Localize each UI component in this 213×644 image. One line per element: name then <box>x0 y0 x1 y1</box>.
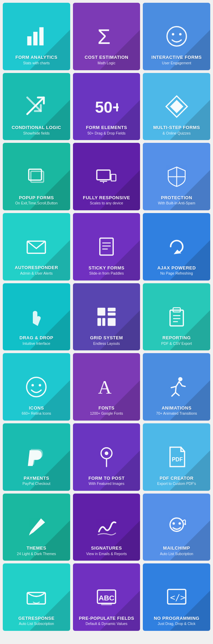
card-title: POPUP FORMS <box>19 195 54 201</box>
svg-point-38 <box>31 384 34 386</box>
card-title: NO PROGRAMMING <box>154 616 200 621</box>
svg-point-48 <box>172 522 175 525</box>
svg-point-43 <box>105 452 109 456</box>
card-pdf-creator[interactable]: PDF PDF CREATOR Export to Custom PDF's <box>143 423 210 491</box>
card-protection[interactable]: PROTECTION With Built-In Anti-Spam <box>143 143 210 210</box>
card-animations[interactable]: ANIMATIONS 70+ Animated Transitions <box>143 353 210 421</box>
card-subtitle: Auto List Subcription <box>160 552 193 556</box>
card-title: THEMES <box>27 545 46 551</box>
card-subtitle: 70+ Animated Transitions <box>156 411 197 416</box>
svg-text:50+: 50+ <box>95 99 119 116</box>
svg-rect-2 <box>39 27 44 46</box>
card-icons[interactable]: ICONS 660+ Retina Icons <box>3 353 70 421</box>
card-pre-populate[interactable]: ABC PRE-POPULATE FIELDS Default & Dynami… <box>73 563 140 631</box>
card-subtitle: Stats with charts <box>23 61 50 65</box>
card-no-programming[interactable]: </> NO PROGRAMMING Just Drag, Drop & Cli… <box>143 563 210 631</box>
card-subtitle: PDF & CSV Export <box>161 341 192 346</box>
feature-grid: FORM ANALYTICS Stats with charts Σ COST … <box>0 0 213 634</box>
svg-point-50 <box>184 523 186 525</box>
card-title: SIGNATURES <box>91 545 122 551</box>
card-popup-forms[interactable]: POPUP FORMS On Exit,Time,Scroll,Button <box>3 143 70 210</box>
card-title: FORM TO POST <box>89 476 125 481</box>
card-subtitle: 50+ Drag & Drop Fields <box>87 131 126 136</box>
card-subtitle: No Page Refreshing <box>160 271 193 276</box>
svg-point-39 <box>39 384 41 386</box>
card-subtitle: View in Emails & Reports <box>86 552 127 556</box>
card-subtitle: Admin & User Alerts <box>20 271 53 276</box>
svg-rect-29 <box>98 318 101 326</box>
card-title: MAILCHIMP <box>163 545 190 551</box>
card-subtitle: 660+ Retina Icons <box>22 411 51 416</box>
card-subtitle: Intuitive Interface <box>22 341 50 346</box>
svg-rect-31 <box>108 318 115 326</box>
svg-text:A: A <box>98 377 111 398</box>
card-payments[interactable]: PAYMENTS PayPal Checkout <box>3 423 70 491</box>
card-title: MULTI-STEP FORMS <box>153 125 200 130</box>
card-subtitle: 1200+ Google Fonts <box>90 411 123 416</box>
svg-rect-30 <box>102 318 105 326</box>
svg-rect-54 <box>101 602 112 605</box>
svg-rect-15 <box>111 174 116 181</box>
card-grid-system[interactable]: GRID SYSTEM Endless Layouts <box>73 283 140 351</box>
card-form-analytics[interactable]: FORM ANALYTICS Stats with charts <box>3 3 70 70</box>
card-title: ICONS <box>29 405 44 411</box>
card-fonts[interactable]: A FONTS 1200+ Google Fonts <box>73 353 140 421</box>
card-reporting[interactable]: REPORTING PDF & CSV Export <box>143 283 210 351</box>
card-subtitle: Auto List Subscription <box>19 622 54 626</box>
card-title: ANIMATIONS <box>161 405 191 411</box>
card-title: FULLY RESPONSIVE <box>83 195 130 201</box>
card-title: DRAG & DROP <box>19 335 53 341</box>
card-multi-step-forms[interactable]: MULTI-STEP FORMS & Online Quizzes <box>143 73 210 140</box>
svg-point-5 <box>172 33 174 36</box>
card-interactive-forms[interactable]: INTERACTIVE FORMS User Engagement <box>143 3 210 70</box>
svg-point-37 <box>27 377 46 397</box>
card-title: PROTECTION <box>161 195 192 201</box>
card-fully-responsive[interactable]: FULLY RESPONSIVE Scales to any device <box>73 143 140 210</box>
svg-line-8 <box>27 98 41 111</box>
card-title: PDF CREATOR <box>160 476 194 481</box>
card-subtitle: Export to Custom PDF's <box>157 481 196 486</box>
card-themes[interactable]: THEMES 24 Light & Dark Themes <box>3 494 70 561</box>
card-drag-drop[interactable]: DRAG & DROP Intuitive Interface <box>3 283 70 351</box>
card-form-to-post[interactable]: FORM TO POST With Featured Images <box>73 423 140 491</box>
card-subtitle: User Engagement <box>162 61 191 65</box>
card-subtitle: PayPal Checkout <box>22 481 50 486</box>
card-mailchimp[interactable]: MAILCHIMP Auto List Subcription <box>143 494 210 561</box>
card-subtitle: 24 Light & Dark Themes <box>17 552 56 556</box>
card-subtitle: Show/hide fields <box>23 131 49 136</box>
card-subtitle: With Built-In Anti-Spam <box>158 201 195 205</box>
svg-point-41 <box>178 377 182 381</box>
card-conditional-logic[interactable]: CONDITIONAL LOGIC Show/hide fields <box>3 73 70 140</box>
svg-text:PDF: PDF <box>172 457 183 462</box>
card-autoresponder[interactable]: AUTORESPONDER Admin & User Alerts <box>3 213 70 280</box>
card-subtitle: Endless Layouts <box>93 341 120 346</box>
card-title: CONDITIONAL LOGIC <box>12 125 61 130</box>
svg-rect-28 <box>108 313 115 316</box>
card-title: STICKY FORMS <box>89 265 124 271</box>
svg-text:ABC: ABC <box>99 594 114 601</box>
svg-text:</>: </> <box>170 592 185 602</box>
card-title: GRID SYSTEM <box>90 335 123 341</box>
svg-point-17 <box>103 182 104 183</box>
card-cost-estimation[interactable]: Σ COST ESTIMATION Math Logic <box>73 3 140 70</box>
svg-rect-21 <box>100 238 113 255</box>
card-title: AUTORESPONDER <box>15 265 58 270</box>
card-title: REPORTING <box>163 335 191 341</box>
card-sticky-forms[interactable]: STICKY FORMS Slide-in from Paddles <box>73 213 140 280</box>
card-ajax-powered[interactable]: AJAX POWERED No Page Refreshing <box>143 213 210 280</box>
svg-point-49 <box>178 522 181 525</box>
card-title: FORM ANALYTICS <box>16 55 58 60</box>
card-form-elements[interactable]: 50+ FORM ELEMENTS 50+ Drag & Drop Fields <box>73 73 140 140</box>
svg-rect-1 <box>34 32 38 45</box>
card-subtitle: Math Logic <box>98 61 115 65</box>
card-title: AJAX POWERED <box>157 265 196 271</box>
card-subtitle: With Featured Images <box>89 481 124 486</box>
card-title: GETRESPONSE <box>18 616 54 621</box>
svg-point-6 <box>179 33 182 36</box>
card-title: FORM ELEMENTS <box>86 125 127 130</box>
card-title: COST ESTIMATION <box>85 55 128 60</box>
card-signatures[interactable]: SIGNATURES View in Emails & Reports <box>73 494 140 561</box>
card-title: PAYMENTS <box>24 476 49 481</box>
card-getresponse[interactable]: GETRESPONSE Auto List Subscription <box>3 563 70 631</box>
card-subtitle: Slide-in from Paddles <box>89 271 124 276</box>
